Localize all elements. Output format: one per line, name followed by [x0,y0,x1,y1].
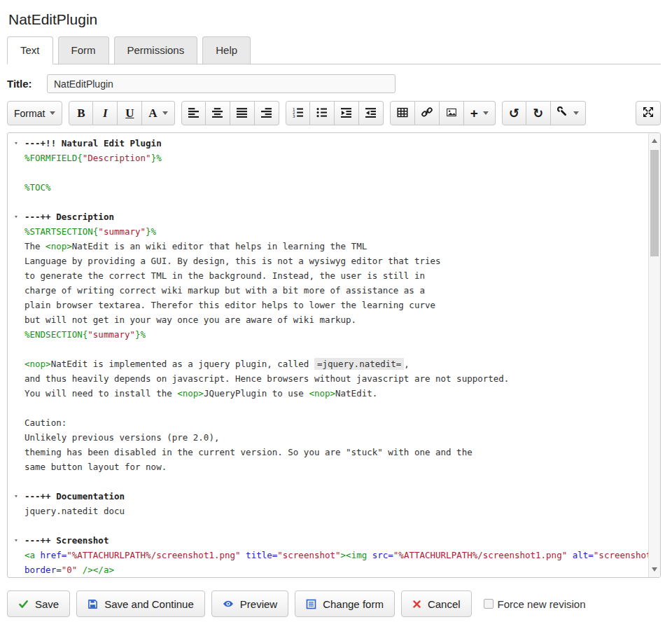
editor-content[interactable]: ▾---+!! Natural Edit Plugin%FORMFIELD{"D… [8,133,648,577]
title-label: Title: [7,78,47,90]
undo-button[interactable]: ↺ [502,101,526,125]
unordered-list-button[interactable] [310,101,335,125]
underline-button[interactable]: U [118,101,142,125]
editor-line: You will need to install the <nop>JQuery… [8,386,648,401]
title-row: Title: [7,74,661,93]
font-color-dropdown[interactable]: A [142,101,174,125]
gutter [8,342,24,357]
link-button[interactable] [415,101,440,125]
fold-marker-icon[interactable]: ▾ [8,489,24,504]
button-label: Cancel [428,598,461,610]
editor-line: but will not get in your way once you ar… [8,312,648,327]
gutter [8,224,24,239]
gutter [8,474,24,489]
scrollbar-thumb[interactable] [650,150,659,256]
image-icon [446,107,457,120]
scroll-down-icon[interactable] [652,567,657,572]
undo-icon: ↺ [509,107,519,120]
editor-toolbar: Format B I U A [7,101,661,125]
editor-line: ▾---++ Screenshot [8,533,648,548]
insert-more-dropdown[interactable]: + [464,101,496,125]
editor-line: <nop>NatEdit is implemented as a jquery … [8,357,648,371]
fullscreen-icon [643,106,654,120]
wikitext-editor[interactable]: ▾---+!! Natural Edit Plugin%FORMFIELD{"D… [7,132,661,578]
editor-line: %ENDSECTION{"summary"}% [8,327,648,342]
preview-button[interactable]: Preview [211,590,288,617]
indent-button[interactable] [335,101,359,125]
gutter [8,268,24,283]
save-and-continue-button[interactable]: Save and Continue [76,590,205,617]
force-new-revision[interactable]: Force new revision [484,598,586,610]
format-dropdown[interactable]: Format [7,101,62,125]
gutter [8,283,24,298]
editor-line: same button layout for now. [8,459,648,474]
editor-line: border="0" /></a> [8,562,648,577]
format-label: Format [14,108,45,119]
scroll-up-icon[interactable] [652,139,657,143]
align-justify-button[interactable] [230,101,255,125]
outdent-icon [365,107,376,120]
image-button[interactable] [440,101,464,125]
editor-line: jquery.natedit docu [8,504,648,518]
cancel-button[interactable]: Cancel [401,590,472,617]
tab-bar: TextFormPermissionsHelp [7,36,661,64]
editor-line [8,401,648,415]
editor-line: %TOC% [8,180,648,195]
align-right-icon [261,107,272,120]
save-button[interactable]: Save [7,590,70,617]
unordered-list-icon [316,107,327,120]
editor-line: ▾---+!! Natural Edit Plugin [8,136,648,151]
tab-permissions[interactable]: Permissions [114,36,198,64]
fold-marker-icon[interactable]: ▾ [8,209,24,224]
cancel-icon [412,600,421,609]
eye-icon [223,598,234,609]
gutter [8,401,24,415]
tab-text[interactable]: Text [7,36,53,64]
ordered-list-button[interactable]: 123 [286,101,310,125]
outdent-button[interactable] [359,101,384,125]
chevron-down-icon [573,111,579,115]
gutter [8,312,24,327]
tab-help[interactable]: Help [202,36,251,64]
action-bar: SaveSave and ContinuePreviewChange formC… [7,590,661,617]
editor-line: %FORMFIELD{"Description"}% [8,151,648,165]
table-button[interactable] [390,101,415,125]
gutter [8,254,24,268]
gutter [8,195,24,209]
editor-line: plain browser textarea. Therefor this ed… [8,298,648,312]
change-form-button[interactable]: Change form [295,590,395,617]
gutter [8,430,24,445]
title-input[interactable] [47,74,396,93]
tools-dropdown[interactable] [551,101,586,125]
editor-line: <a href="%ATTACHURLPATH%/screenshot1.png… [8,548,648,562]
editor-line [8,195,648,209]
force-new-revision-checkbox[interactable] [484,599,493,609]
editor-line: ▾---++ Documentation [8,489,648,504]
editor-line [8,165,648,180]
gutter [8,445,24,459]
fold-marker-icon[interactable]: ▾ [8,533,24,548]
bold-button[interactable]: B [69,101,93,125]
tab-form[interactable]: Form [58,36,109,64]
align-left-button[interactable] [181,101,206,125]
editor-line: The <nop>NatEdit is an wiki editor that … [8,239,648,254]
fullscreen-button[interactable] [636,101,661,125]
gutter [8,327,24,342]
fold-marker-icon[interactable]: ▾ [8,136,24,151]
gutter [8,518,24,533]
editor-scrollbar[interactable] [648,133,660,577]
align-center-icon [212,107,223,120]
chevron-down-icon [483,111,489,115]
editor-line: Caution: [8,415,648,430]
gutter [8,459,24,474]
align-center-button[interactable] [206,101,230,125]
editor-line [8,342,648,357]
redo-button[interactable]: ↻ [526,101,551,125]
gutter [8,298,24,312]
gutter [8,180,24,195]
align-right-button[interactable] [255,101,279,125]
button-label: Save and Continue [104,598,194,610]
floppy-icon [88,599,98,609]
italic-button[interactable]: I [93,101,118,125]
page-title: NatEditPlugin [8,11,661,28]
